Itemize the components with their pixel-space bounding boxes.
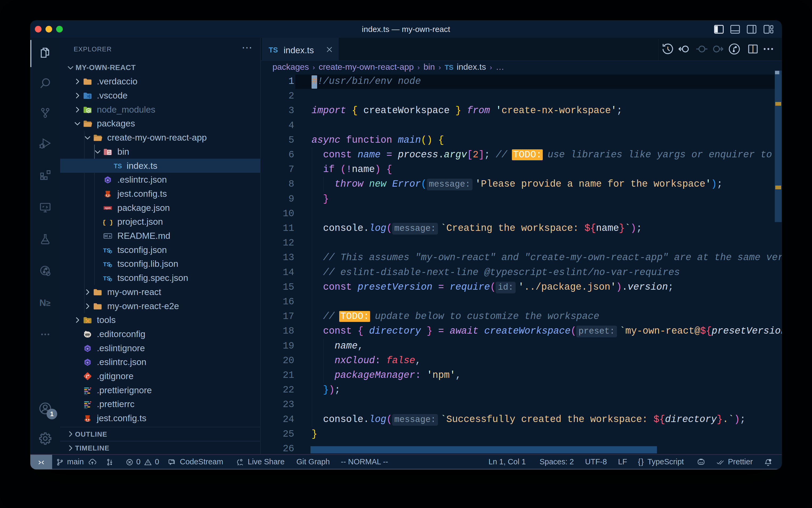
svg-text:JS: JS [87,110,90,112]
svg-text:10: 10 [108,152,111,155]
svg-text:npm: npm [105,206,111,210]
svg-text:TS: TS [114,162,122,170]
svg-text:N: N [39,297,46,308]
svg-text:≥: ≥ [46,299,50,307]
svg-text:{ }: { } [103,219,112,226]
